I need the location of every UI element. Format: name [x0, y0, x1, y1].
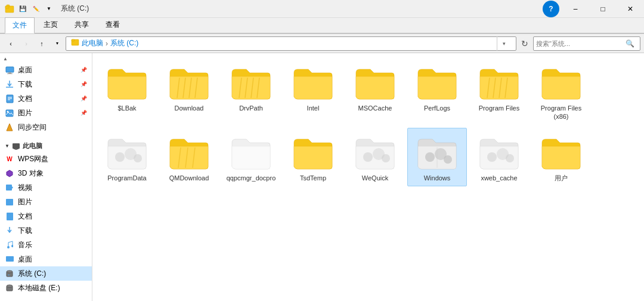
sidebar-item-music[interactable]: 音乐: [0, 238, 92, 252]
folder-item[interactable]: $LBak: [97, 58, 157, 125]
back-button[interactable]: ‹: [4, 36, 18, 51]
folder-icon: [292, 132, 335, 173]
thispc-label: 此电脑: [23, 142, 42, 150]
tab-file[interactable]: 文件: [5, 17, 35, 33]
svg-rect-21: [7, 213, 13, 220]
pictures-icon: [5, 108, 14, 118]
sidebar: ▲ 桌面 📌 下载 📌 文档 📌: [0, 53, 92, 301]
music-icon: [5, 240, 14, 250]
sidebar-item-e-drive[interactable]: 本地磁盘 (E:): [0, 281, 92, 295]
sidebar-item-desktop2[interactable]: 桌面: [0, 252, 92, 266]
folder-label: qqpcmgr_docpro: [227, 174, 276, 182]
folder-icon: [168, 62, 210, 103]
svg-marker-19: [12, 186, 13, 189]
sync-icon: [5, 122, 14, 132]
svg-point-47: [115, 152, 125, 162]
folder-item[interactable]: MSOCache: [345, 58, 405, 125]
folder-label: Windows: [424, 174, 451, 182]
pin-icon-0: 📌: [80, 67, 87, 73]
folder-item[interactable]: qqpcmgr_docpro: [221, 128, 281, 186]
docs2-label: 文档: [18, 211, 32, 222]
address-dropdown[interactable]: ▾: [497, 36, 511, 51]
folder-icon: [354, 62, 397, 103]
content-area[interactable]: $LBak Download DrvPath Intel MSOCache Pe…: [92, 53, 644, 301]
pictures2-label: 图片: [18, 197, 32, 207]
folder-item[interactable]: 用户: [531, 128, 591, 186]
breadcrumb-drive[interactable]: 系统 (C:): [110, 38, 138, 48]
qat-dropdown[interactable]: ▼: [43, 3, 55, 15]
music-label: 音乐: [18, 240, 32, 250]
folder-icon: [354, 132, 397, 173]
search-bar[interactable]: 🔍: [533, 36, 640, 51]
folder-item[interactable]: WeQuick: [345, 128, 405, 186]
folder-label: MSOCache: [358, 104, 392, 112]
sidebar-item-docs[interactable]: 文档 📌: [0, 91, 92, 106]
folder-item[interactable]: PerfLogs: [407, 58, 467, 125]
tab-view[interactable]: 查看: [98, 17, 128, 33]
sidebar-item-wps[interactable]: W WPS网盘: [0, 152, 92, 166]
title-text: 系统 (C:): [61, 4, 89, 14]
maximize-button[interactable]: □: [589, 0, 617, 18]
properties-qat-btn[interactable]: ✏️: [30, 3, 42, 15]
folder-item[interactable]: xweb_cache: [469, 128, 529, 186]
folder-label: Program Files (x86): [534, 104, 588, 121]
svg-rect-18: [6, 185, 12, 191]
folder-icon: [106, 132, 148, 173]
thispc-section-header[interactable]: ▼ 此电脑: [0, 139, 92, 152]
svg-point-22: [7, 246, 10, 248]
folder-item[interactable]: QMDownload: [159, 128, 219, 186]
forward-button[interactable]: ›: [19, 36, 33, 51]
pictures2-icon: [5, 197, 14, 207]
tab-home[interactable]: 主页: [36, 17, 66, 33]
sidebar-item-video[interactable]: 视频: [0, 180, 92, 195]
folder-item[interactable]: Intel: [283, 58, 343, 125]
up-button[interactable]: ↑: [35, 36, 49, 51]
sidebar-item-sync[interactable]: 同步空间: [0, 120, 92, 134]
folder-item[interactable]: DrvPath: [221, 58, 281, 125]
save-qat-btn[interactable]: 💾: [17, 3, 29, 15]
minimize-button[interactable]: –: [562, 0, 589, 18]
address-bar[interactable]: 此电脑 › 系统 (C:) ▾: [66, 36, 516, 51]
recent-locations-button[interactable]: ▾: [50, 36, 64, 51]
breadcrumb-thispc[interactable]: 此电脑: [82, 38, 103, 48]
pin-icon-2: 📌: [80, 96, 87, 102]
downloads-label: 下载: [18, 79, 32, 90]
thispc-icon: [12, 142, 20, 150]
help-button[interactable]: ?: [543, 1, 559, 17]
folder-label: $LBak: [117, 104, 136, 112]
svg-marker-14: [7, 124, 13, 131]
video-label: 视频: [18, 183, 32, 193]
sidebar-item-pictures2[interactable]: 图片: [0, 195, 92, 209]
svg-point-62: [506, 154, 514, 162]
folder-icon: [416, 62, 459, 103]
close-button[interactable]: ✕: [617, 0, 644, 18]
folder-item[interactable]: Program Files (x86): [531, 58, 591, 125]
tab-share[interactable]: 共享: [67, 17, 97, 33]
docs-label: 文档: [18, 94, 32, 104]
svg-rect-16: [14, 149, 18, 149]
sidebar-item-downloads2[interactable]: 下载: [0, 223, 92, 238]
search-input[interactable]: [536, 40, 626, 47]
refresh-button[interactable]: ↻: [518, 36, 532, 51]
c-drive-label: 系统 (C:): [18, 269, 46, 279]
window-controls: ? – □ ✕: [543, 0, 644, 18]
address-icon: [71, 38, 79, 48]
sidebar-item-pictures[interactable]: 图片 📌: [0, 106, 92, 120]
sidebar-item-docs2[interactable]: 文档: [0, 209, 92, 223]
folder-icon: [106, 62, 148, 103]
sidebar-item-downloads[interactable]: 下载 📌: [0, 77, 92, 91]
folder-label: TsdTemp: [300, 174, 326, 182]
folder-item[interactable]: ProgramData: [97, 128, 157, 186]
folder-icon: [478, 62, 521, 103]
folder-label: 用户: [555, 174, 568, 182]
sidebar-item-c-drive[interactable]: 系统 (C:): [0, 266, 92, 281]
sidebar-item-3d[interactable]: 3D 对象: [0, 166, 92, 180]
svg-rect-27: [8, 275, 10, 275]
folder-item[interactable]: TsdTemp: [283, 128, 343, 186]
folder-item[interactable]: Program Files: [469, 58, 529, 125]
folder-item[interactable]: Windows: [407, 128, 467, 186]
sidebar-item-desktop[interactable]: 桌面 📌: [0, 63, 92, 77]
folder-item[interactable]: Download: [159, 58, 219, 125]
svg-point-23: [11, 245, 13, 247]
3d-icon: [5, 168, 14, 178]
